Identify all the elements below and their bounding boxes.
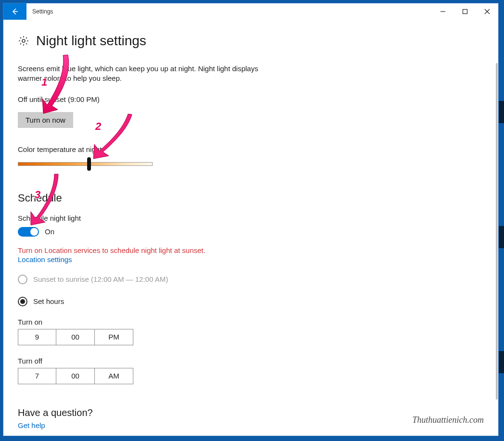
turn-off-hour[interactable]: 7 — [18, 368, 56, 384]
turn-off-ampm[interactable]: AM — [95, 368, 133, 384]
slider-track — [18, 162, 153, 166]
page-title: Night light settings — [36, 33, 146, 49]
schedule-toggle[interactable] — [18, 227, 39, 237]
maximize-button[interactable] — [454, 3, 476, 20]
turn-on-time-picker: 9 00 PM — [18, 329, 484, 345]
turn-on-hour[interactable]: 9 — [18, 329, 56, 345]
turn-on-now-button[interactable]: Turn on now — [18, 112, 73, 128]
settings-window: Settings Night light settings Scr — [3, 3, 499, 436]
content-area: Night light settings Screens emit blue l… — [3, 20, 498, 436]
location-warning: Turn on Location services to schedule ni… — [18, 246, 484, 254]
svg-point-5 — [22, 39, 25, 42]
toggle-knob — [30, 228, 38, 236]
page-header: Night light settings — [18, 33, 484, 49]
toggle-state-text: On — [45, 227, 54, 236]
slider-thumb[interactable] — [87, 157, 91, 171]
app-title: Settings — [26, 3, 53, 20]
description-text: Screens emit blue light, which can keep … — [18, 64, 273, 84]
radio-set-hours[interactable] — [18, 297, 27, 306]
svg-rect-2 — [463, 10, 467, 14]
schedule-heading: Schedule — [18, 192, 484, 204]
minimize-icon — [440, 9, 446, 14]
turn-off-label: Turn off — [18, 357, 484, 365]
watermark-text: Thuthuattienich.com — [413, 415, 484, 425]
annotation-number-2: 2 — [95, 120, 101, 133]
scrollbar[interactable] — [496, 63, 498, 428]
turn-on-ampm[interactable]: PM — [95, 329, 133, 345]
annotation-number-3: 3 — [35, 189, 40, 201]
close-icon — [484, 9, 490, 14]
color-temp-label: Color temperature at night — [18, 145, 484, 153]
minimize-button[interactable] — [432, 3, 454, 20]
location-settings-link[interactable]: Location settings — [18, 255, 72, 264]
annotation-number-1: 1 — [41, 76, 47, 88]
maximize-icon — [462, 9, 468, 14]
status-text: Off until sunset (9:00 PM) — [18, 95, 484, 103]
scrollbar-thumb[interactable] — [496, 63, 498, 400]
turn-on-label: Turn on — [18, 318, 484, 326]
turn-on-minute[interactable]: 00 — [56, 329, 95, 345]
color-temp-slider[interactable] — [18, 158, 153, 170]
turn-off-time-picker: 7 00 AM — [18, 368, 484, 384]
turn-off-minute[interactable]: 00 — [56, 368, 95, 384]
radio-set-hours-label: Set hours — [33, 297, 64, 305]
arrow-left-icon — [11, 7, 19, 16]
gear-icon — [18, 35, 29, 47]
schedule-toggle-label: Schedule night light — [18, 214, 484, 222]
titlebar: Settings — [3, 3, 498, 20]
get-help-link[interactable]: Get help — [18, 421, 45, 429]
back-button[interactable] — [3, 3, 26, 20]
radio-sunset-label: Sunset to sunrise (12:00 AM — 12:00 AM) — [33, 275, 168, 283]
close-button[interactable] — [476, 3, 498, 20]
radio-sunset — [18, 275, 27, 284]
